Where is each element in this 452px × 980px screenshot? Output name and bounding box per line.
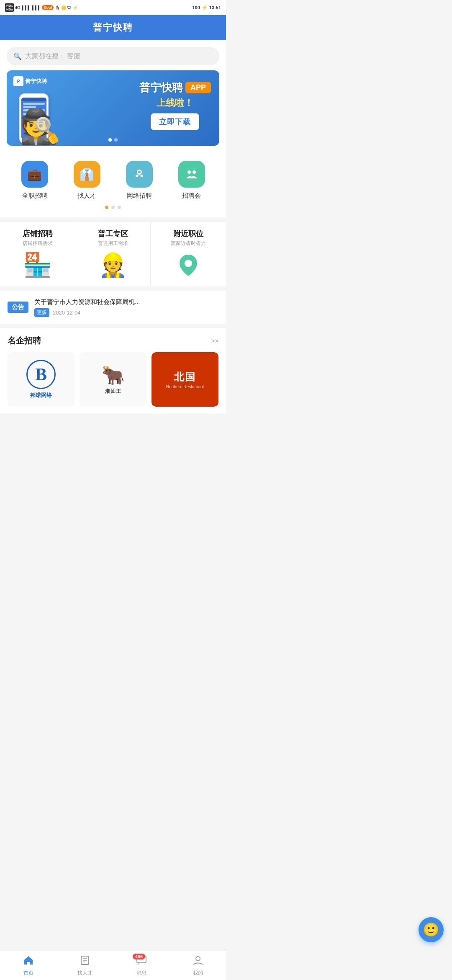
quick-title-nearby: 附近职位 bbox=[173, 229, 203, 239]
cat-dot-2 bbox=[111, 206, 115, 209]
cat-dot-1 bbox=[105, 206, 108, 209]
category-label-online: 网络招聘 bbox=[127, 192, 152, 200]
category-dots bbox=[4, 200, 222, 213]
chaoshan-logo: 🐂 潮汕王 bbox=[102, 364, 125, 395]
status-left: HD₁HD₂ 4G ▌▌▌ ▌▌▌ Soul 🐧 🟡 🛡 ⚡ bbox=[5, 3, 78, 12]
banner-container: P 普宁快聘 🕵️ bbox=[0, 70, 226, 152]
companies-grid: B 邦诺网络 🐂 潮汕王 北国 Northern Restaurant bbox=[8, 352, 218, 407]
signal-bars-2: ▌▌▌ bbox=[32, 5, 41, 10]
announcement-date: 2020-12-04 bbox=[53, 309, 81, 316]
location-icon bbox=[176, 253, 201, 278]
banner-image[interactable]: P 普宁快聘 🕵️ bbox=[7, 70, 219, 146]
banner-main-text: 普宁快聘 bbox=[139, 81, 183, 94]
featured-title: 名企招聘 bbox=[8, 335, 41, 346]
category-row: 💼 全职招聘 👔 找人才 网络招聘 bbox=[4, 161, 222, 200]
shop-icon: 🏪 bbox=[23, 251, 52, 279]
time-display: 13:51 bbox=[209, 5, 221, 10]
bangnu-icon: B bbox=[26, 360, 56, 389]
announcement-badge: 公告 bbox=[8, 302, 28, 313]
banner-download-button[interactable]: 立即下载 bbox=[151, 113, 199, 130]
quick-img-worker: 👷 bbox=[96, 250, 130, 280]
quick-img-nearby bbox=[172, 250, 205, 280]
announcement-content[interactable]: 关于普宁市人力资源和社会保障局机... 更多 2020-12-04 bbox=[34, 297, 218, 317]
soul-badge: Soul bbox=[42, 5, 54, 10]
bull-icon: 🐂 bbox=[102, 364, 125, 386]
battery-text: 100 bbox=[193, 5, 200, 10]
category-icon-fulltime: 💼 bbox=[21, 161, 48, 188]
search-icon: 🔍 bbox=[13, 52, 22, 60]
banner-dot-2 bbox=[114, 138, 118, 142]
quick-item-shop[interactable]: 店铺招聘 店铺招聘需求 🏪 bbox=[0, 222, 75, 286]
svg-point-1 bbox=[138, 171, 141, 173]
worker-icon: 👷 bbox=[98, 251, 128, 279]
app-header: 普宁快聘 bbox=[0, 15, 226, 40]
company-card-northern[interactable]: 北国 Northern Restaurant bbox=[152, 352, 218, 407]
announcement-section: 公告 关于普宁市人力资源和社会保障局机... 更多 2020-12-04 bbox=[0, 291, 226, 324]
category-icon-talent: 👔 bbox=[74, 161, 100, 188]
category-item-fair[interactable]: 招聘会 bbox=[171, 161, 213, 200]
banner-dots bbox=[108, 138, 118, 142]
category-item-talent[interactable]: 👔 找人才 bbox=[66, 161, 108, 200]
banner-app-badge: APP bbox=[185, 82, 211, 93]
announcement-title: 关于普宁市人力资源和社会保障局机... bbox=[34, 297, 218, 306]
featured-more[interactable]: >> bbox=[211, 337, 218, 344]
quick-item-nearby[interactable]: 附近职位 离家近省时省力 bbox=[151, 222, 226, 286]
quick-title-shop: 店铺招聘 bbox=[23, 229, 53, 239]
signal-bars: ▌▌▌ bbox=[22, 5, 31, 10]
featured-header: 名企招聘 >> bbox=[8, 335, 218, 346]
company-card-chaoshan[interactable]: 🐂 潮汕王 bbox=[80, 352, 146, 407]
vpn-icon: 🛡 bbox=[67, 5, 72, 10]
northern-logo: 北国 Northern Restaurant bbox=[152, 352, 218, 407]
quick-sub-worker: 普通用工需求 bbox=[98, 240, 128, 247]
company-logo-bangnu: B 邦诺网络 bbox=[8, 352, 74, 407]
banner-text-area: 普宁快聘 APP 上线啦！ 立即下载 bbox=[139, 81, 211, 130]
category-label-talent: 找人才 bbox=[77, 192, 96, 200]
search-placeholder-text: 大家都在搜： 客服 bbox=[25, 52, 80, 61]
categories-section: 💼 全职招聘 👔 找人才 网络招聘 bbox=[0, 152, 226, 217]
app-title: 普宁快聘 bbox=[93, 21, 133, 34]
company-logo-chaoshan: 🐂 潮汕王 bbox=[80, 352, 146, 407]
chaoshan-name: 潮汕王 bbox=[105, 388, 121, 395]
category-label-fair: 招聘会 bbox=[182, 192, 201, 200]
company-card-bangnu[interactable]: B 邦诺网络 bbox=[8, 352, 74, 407]
network-indicator: 4G bbox=[15, 5, 21, 10]
quick-title-worker: 普工专区 bbox=[98, 229, 128, 239]
svg-point-7 bbox=[193, 170, 196, 174]
category-icon-fair bbox=[178, 161, 205, 188]
status-bar: HD₁HD₂ 4G ▌▌▌ ▌▌▌ Soul 🐧 🟡 🛡 ⚡ 100 ⚡ 13:… bbox=[0, 0, 226, 15]
svg-point-6 bbox=[187, 170, 191, 174]
banner-sub-text: 上线啦！ bbox=[139, 97, 211, 109]
featured-section: 名企招聘 >> B 邦诺网络 🐂 潮汕王 北国 Northern Restaur… bbox=[0, 328, 226, 413]
category-icon-online bbox=[126, 161, 153, 188]
northern-title: 北国 bbox=[174, 370, 196, 384]
quick-sub-nearby: 离家近省时省力 bbox=[171, 240, 206, 247]
announcement-date-row: 更多 2020-12-04 bbox=[34, 308, 218, 317]
beauty-icon: 🟡 bbox=[61, 5, 66, 10]
bangnu-name: 邦诺网络 bbox=[30, 392, 52, 399]
phone-top-bar bbox=[21, 98, 46, 101]
phone-mockup: 🕵️ bbox=[15, 81, 57, 144]
quick-item-worker[interactable]: 普工专区 普通用工需求 👷 bbox=[75, 222, 151, 286]
charging-icon: ⚡ bbox=[202, 5, 208, 10]
hd-badge: HD₁HD₂ bbox=[5, 3, 14, 12]
banner-dot-1 bbox=[108, 138, 112, 142]
mascot-emoji: 🕵️ bbox=[19, 110, 61, 144]
svg-point-8 bbox=[185, 260, 192, 267]
category-label-fulltime: 全职招聘 bbox=[22, 192, 47, 200]
quick-access-section: 店铺招聘 店铺招聘需求 🏪 普工专区 普通用工需求 👷 附近职位 离家近省时省力 bbox=[0, 222, 226, 286]
status-right: 100 ⚡ 13:51 bbox=[193, 5, 221, 10]
cat-dot-3 bbox=[118, 206, 121, 209]
announcement-more-badge[interactable]: 更多 bbox=[34, 308, 49, 317]
bluetooth-icon: ⚡ bbox=[73, 5, 78, 10]
northern-subtitle: Northern Restaurant bbox=[166, 384, 204, 389]
search-bar[interactable]: 🔍 大家都在搜： 客服 bbox=[7, 47, 219, 65]
qq-icon: 🐧 bbox=[55, 5, 60, 10]
category-item-online[interactable]: 网络招聘 bbox=[118, 161, 160, 200]
search-container: 🔍 大家都在搜： 客服 bbox=[0, 40, 226, 70]
category-item-fulltime[interactable]: 💼 全职招聘 bbox=[14, 161, 56, 200]
quick-img-shop: 🏪 bbox=[21, 250, 54, 280]
quick-sub-shop: 店铺招聘需求 bbox=[23, 240, 53, 247]
phone-line-1 bbox=[23, 103, 45, 105]
